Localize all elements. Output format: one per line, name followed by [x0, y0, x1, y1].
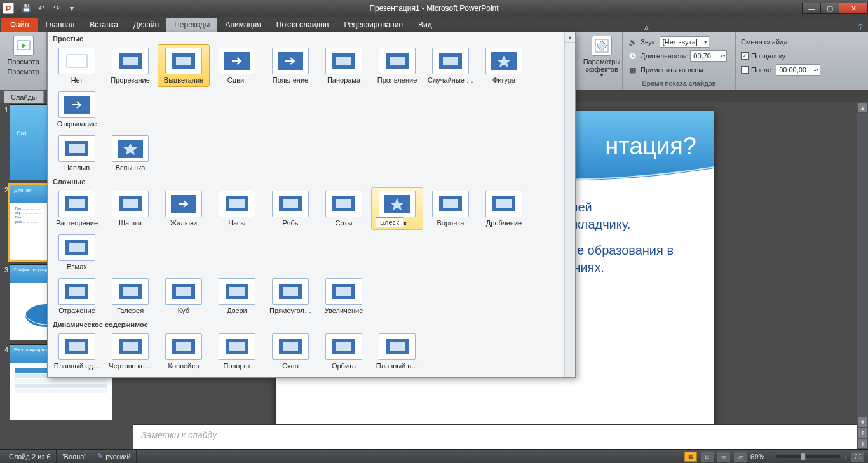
transition-item[interactable]: Окно	[264, 330, 316, 373]
transition-item[interactable]: Появление	[264, 44, 316, 87]
transition-item[interactable]: Жалюзи	[158, 187, 210, 230]
effect-options-button[interactable]: Параметры эффектов ▼	[580, 33, 624, 79]
transition-item[interactable]: Поворот	[211, 330, 263, 373]
prev-slide-icon[interactable]: ⇞	[857, 427, 868, 438]
transition-item[interactable]: Воронка	[424, 187, 477, 230]
transition-item[interactable]: Растворение	[51, 187, 103, 230]
file-tab[interactable]: Файл	[1, 18, 38, 32]
gallery-category: Динамическое содержимое	[48, 318, 575, 330]
transition-item[interactable]: Дробление	[478, 187, 530, 230]
notes-pane[interactable]: Заметки к слайду	[133, 424, 857, 449]
transition-label: Конвейер	[168, 362, 200, 370]
transition-item[interactable]: Соты	[318, 187, 370, 230]
transition-item[interactable]: Шашки	[104, 187, 156, 230]
transition-item[interactable]: Куб	[158, 275, 210, 318]
slides-tab[interactable]: Слайды	[4, 91, 44, 103]
on-click-checkbox[interactable]: ✔ По щелчку	[741, 50, 863, 62]
transition-item[interactable]: Галерея	[104, 275, 156, 318]
tab-design[interactable]: Дизайн	[126, 18, 166, 32]
transition-item[interactable]: Конвейер	[158, 330, 210, 373]
transition-label: Поворот	[224, 362, 251, 370]
tab-slideshow[interactable]: Показ слайдов	[269, 18, 337, 32]
help-icon[interactable]: ?	[853, 22, 868, 32]
transition-item[interactable]: Орбита	[318, 330, 370, 373]
transition-icon	[379, 191, 416, 217]
zoom-in-button[interactable]: +	[844, 453, 848, 460]
ribbon-minimize-icon[interactable]: ▵	[639, 22, 654, 32]
transition-item[interactable]: Фигура	[478, 44, 530, 87]
transition-item[interactable]: Случайные …	[424, 44, 477, 87]
transition-item[interactable]: Двери	[211, 275, 263, 318]
transition-item[interactable]: Взмах	[51, 231, 103, 274]
transition-item[interactable]: Нет	[51, 44, 103, 87]
zoom-slider[interactable]	[776, 455, 840, 458]
transition-item[interactable]: Плавный сд…	[51, 330, 103, 373]
redo-icon[interactable]: ↷	[50, 2, 64, 15]
transition-icon	[58, 191, 95, 217]
zoom-level[interactable]: 69%	[750, 453, 764, 460]
transition-icon	[58, 91, 95, 118]
gallery-scrollbar[interactable]: ▲	[564, 32, 575, 377]
transition-item[interactable]: Отражение	[51, 275, 103, 318]
transition-label: Проявление	[377, 76, 417, 84]
maximize-button[interactable]: ▢	[820, 3, 839, 14]
transition-item[interactable]: Чертово ко…	[104, 330, 156, 373]
svg-rect-31	[123, 199, 138, 208]
next-slide-icon[interactable]: ⇟	[857, 438, 868, 449]
transition-item[interactable]: Часы	[211, 187, 263, 230]
tab-home[interactable]: Главная	[38, 18, 83, 32]
duration-spinner[interactable]: 00,70	[690, 50, 727, 62]
scroll-down-icon[interactable]: ▼	[857, 417, 868, 427]
sound-icon: 🔊	[628, 37, 638, 47]
tab-insert[interactable]: Вставка	[82, 18, 126, 32]
scroll-up-icon[interactable]: ▲	[857, 102, 868, 113]
transition-item[interactable]: Сдвиг	[211, 44, 263, 87]
ribbon-group-preview: Просмотр Просмотр	[0, 32, 47, 90]
save-icon[interactable]: 💾	[19, 2, 33, 15]
svg-rect-25	[69, 144, 85, 153]
slide-counter: Слайд 2 из 6	[4, 450, 57, 463]
tab-transitions[interactable]: Переходы	[166, 18, 217, 32]
vertical-scrollbar[interactable]: ▲ ▼ ⇞ ⇟	[857, 102, 868, 449]
transition-item[interactable]: Прорезание	[104, 44, 156, 87]
slideshow-view-button[interactable]: ▱	[734, 452, 747, 462]
language-indicator[interactable]: ✎ русский	[92, 450, 136, 463]
sound-dropdown[interactable]: [Нет звука]	[660, 36, 709, 48]
transition-item[interactable]: Панорама	[318, 44, 370, 87]
fit-to-window-button[interactable]: ⛶	[851, 452, 864, 462]
transition-item[interactable]: БлескБлеск	[371, 187, 423, 230]
transition-item[interactable]: Выцветание	[158, 44, 210, 87]
minimize-button[interactable]: ―	[802, 3, 821, 14]
after-time-spinner[interactable]: 00:00,00	[776, 64, 820, 76]
normal-view-button[interactable]: ▦	[684, 452, 697, 462]
close-button[interactable]: ✕	[839, 3, 868, 14]
transition-icon	[58, 333, 95, 360]
tab-review[interactable]: Рецензирование	[336, 18, 410, 32]
transition-icon	[112, 333, 149, 360]
tab-animation[interactable]: Анимация	[217, 18, 268, 32]
transition-item[interactable]: Увеличение	[318, 275, 370, 318]
ribbon-tabs: Файл Главная Вставка Дизайн Переходы Ани…	[0, 17, 868, 32]
transition-item[interactable]: Рябь	[264, 187, 316, 230]
transition-item[interactable]: Вспышка	[104, 132, 156, 175]
transition-icon	[58, 234, 95, 261]
sorter-view-button[interactable]: ⊞	[701, 452, 714, 462]
after-checkbox[interactable]: После: 00:00,00	[741, 64, 863, 76]
transition-item[interactable]: Наплыв	[51, 132, 103, 175]
transition-item[interactable]: Плавный в…	[371, 330, 423, 373]
transition-item[interactable]: Прямоугол…	[264, 275, 316, 318]
undo-icon[interactable]: ↶	[34, 2, 48, 15]
scroll-up-icon[interactable]: ▲	[565, 32, 575, 43]
tab-view[interactable]: Вид	[410, 18, 440, 32]
status-bar: Слайд 2 из 6 "Волна" ✎ русский ▦ ⊞ ▭ ▱ 6…	[0, 449, 868, 463]
thumb-number: 2	[1, 185, 10, 194]
apply-all-button[interactable]: ▦ Применить ко всем	[628, 64, 730, 76]
on-click-label: По щелчку	[751, 52, 785, 60]
transition-item[interactable]: Проявление	[371, 44, 423, 87]
qat-dropdown-icon[interactable]: ▾	[65, 2, 79, 15]
zoom-out-button[interactable]: −	[768, 453, 772, 460]
reading-view-button[interactable]: ▭	[717, 452, 730, 462]
app-icon: P	[3, 3, 14, 14]
preview-button[interactable]: Просмотр	[1, 32, 46, 65]
transition-item[interactable]: Открывание	[51, 88, 103, 131]
